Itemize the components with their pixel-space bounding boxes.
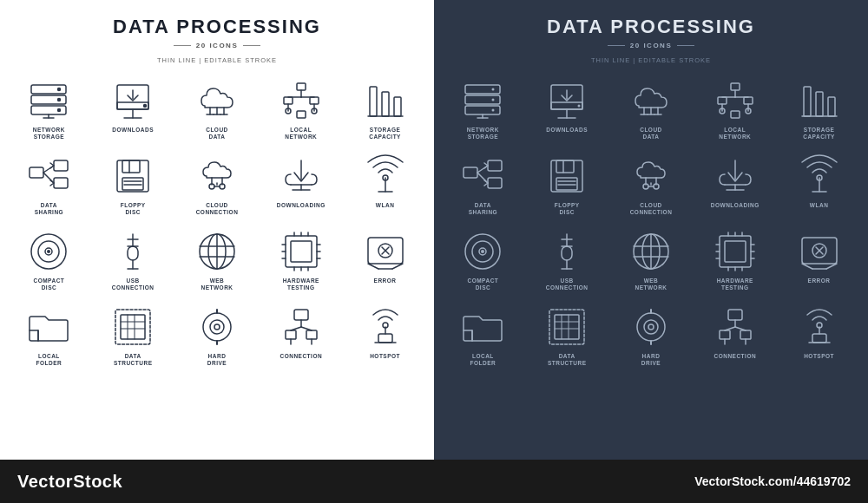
icon-network-storage-light: NETWORKSTORAGE xyxy=(9,73,89,145)
svg-rect-193 xyxy=(725,241,746,262)
label-floppy-disc-dark: FLOPPYDISC xyxy=(555,202,580,217)
svg-point-131 xyxy=(578,105,581,108)
label-local-folder-light: LOCALFOLDER xyxy=(36,353,62,368)
icon-cloud-data-dark: CLOUDDATA xyxy=(611,73,692,145)
svg-point-101 xyxy=(203,313,231,341)
icon-compact-disc-dark: COMPACTDISC xyxy=(443,224,523,296)
label-local-network-light: LOCALNETWORK xyxy=(285,127,317,141)
svg-rect-159 xyxy=(556,160,574,173)
svg-rect-36 xyxy=(54,160,68,171)
svg-rect-22 xyxy=(310,97,319,104)
icon-hotspot-dark: HOTSPOT xyxy=(779,299,859,371)
svg-rect-65 xyxy=(128,246,138,260)
icon-hard-drive-light: HARDDRIVE xyxy=(177,299,258,371)
label-storage-capacity-dark: STORAGECAPACITY xyxy=(803,127,835,141)
svg-rect-41 xyxy=(122,160,140,173)
icon-web-network-dark: WEBNETWORK xyxy=(611,224,692,296)
svg-point-103 xyxy=(214,324,220,330)
light-panel: DATA PROCESSING 20 ICONS THIN LINE | EDI… xyxy=(0,0,434,460)
icon-connection-light: CONNECTION xyxy=(260,299,341,371)
icon-usb-connection-dark: USBCONNECTION xyxy=(527,224,608,296)
svg-rect-140 xyxy=(744,97,753,104)
label-hardware-testing-light: HARDWARETESTING xyxy=(283,278,319,292)
dark-panel: DATA PROCESSING 20 ICONS THIN LINE | EDI… xyxy=(434,0,868,460)
svg-rect-215 xyxy=(555,315,579,339)
label-wlan-dark: WLAN xyxy=(810,202,829,209)
label-network-storage-dark: NETWORKSTORAGE xyxy=(467,127,499,141)
svg-line-208 xyxy=(826,264,837,269)
icon-hotspot-light: HOTSPOT xyxy=(345,299,425,371)
label-compact-disc-light: COMPACTDISC xyxy=(33,278,64,292)
dark-desc: THIN LINE | EDITABLE STROKE xyxy=(591,56,711,64)
label-hotspot-light: HOTSPOT xyxy=(370,353,400,360)
svg-rect-31 xyxy=(370,87,377,116)
label-cloud-connection-dark: CLOUDCONNECTION xyxy=(630,202,673,217)
light-title: DATA PROCESSING xyxy=(113,16,321,38)
icon-data-structure-dark: DATASTRUCTURE xyxy=(527,299,608,371)
icon-local-folder-dark: LOCALFOLDER xyxy=(443,299,523,371)
svg-rect-106 xyxy=(294,310,308,320)
label-downloading-dark: DOWNLOADING xyxy=(711,202,760,209)
footer-bar: VectorStock VectorStock.com/44619702 xyxy=(0,460,868,503)
svg-rect-37 xyxy=(54,178,68,188)
svg-rect-118 xyxy=(465,85,500,94)
label-hard-drive-light: HARDDRIVE xyxy=(207,353,227,368)
icon-connection-dark: CONNECTION xyxy=(694,299,775,371)
icon-error-dark: ERROR xyxy=(779,224,859,296)
svg-point-220 xyxy=(637,313,665,341)
label-data-sharing-light: DATASHARING xyxy=(35,202,63,217)
svg-rect-184 xyxy=(562,246,572,260)
svg-point-7 xyxy=(58,109,61,112)
svg-rect-35 xyxy=(30,167,43,178)
label-hardware-testing-dark: HARDWARETESTING xyxy=(717,278,753,292)
icon-downloads-light: DOWNLOADS xyxy=(93,73,174,145)
label-error-dark: ERROR xyxy=(808,278,831,284)
icon-wlan-light: WLAN xyxy=(345,148,425,220)
svg-point-102 xyxy=(210,320,224,334)
svg-point-6 xyxy=(58,99,61,101)
svg-point-5 xyxy=(58,88,61,91)
label-downloads-light: DOWNLOADS xyxy=(112,127,154,134)
icon-network-storage-dark: NETWORKSTORAGE xyxy=(443,73,523,145)
svg-rect-120 xyxy=(465,106,500,114)
label-cloud-data-light: CLOUDDATA xyxy=(206,127,228,141)
label-error-light: ERROR xyxy=(374,278,397,284)
svg-rect-111 xyxy=(306,330,317,339)
icon-downloading-dark: DOWNLOADING xyxy=(694,148,775,220)
footer-brand-left: VectorStock xyxy=(17,472,122,492)
svg-line-89 xyxy=(392,264,403,269)
label-downloading-light: DOWNLOADING xyxy=(277,202,326,209)
icon-usb-connection-light: USBCONNECTION xyxy=(93,224,174,296)
label-network-storage-light: NETWORKSTORAGE xyxy=(33,127,65,141)
svg-rect-20 xyxy=(297,83,306,90)
label-usb-connection-light: USBCONNECTION xyxy=(112,278,155,292)
svg-rect-155 xyxy=(488,178,502,188)
svg-point-221 xyxy=(644,320,658,334)
label-web-network-dark: WEBNETWORK xyxy=(635,278,667,292)
svg-rect-138 xyxy=(731,83,740,90)
icon-cloud-connection-light: CLOUDCONNECTION xyxy=(177,148,258,220)
svg-point-222 xyxy=(648,324,654,330)
label-wlan-light: WLAN xyxy=(376,202,395,209)
label-connection-light: CONNECTION xyxy=(279,353,322,360)
dark-count: 20 ICONS xyxy=(608,42,694,49)
icon-cloud-data-light: CLOUDDATA xyxy=(177,73,258,145)
main-content: DATA PROCESSING 20 ICONS THIN LINE | EDI… xyxy=(0,0,868,460)
icon-data-structure-light: DATASTRUCTURE xyxy=(93,299,174,371)
icon-floppy-disc-dark: FLOPPYDISC xyxy=(527,148,608,220)
icon-cloud-connection-dark: CLOUDCONNECTION xyxy=(611,148,692,220)
icon-local-network-dark: LOCALNETWORK xyxy=(694,73,775,145)
icon-wlan-dark: WLAN xyxy=(779,148,859,220)
svg-point-124 xyxy=(492,99,495,101)
label-downloads-dark: DOWNLOADS xyxy=(546,127,588,134)
icon-downloads-dark: DOWNLOADS xyxy=(527,73,608,145)
icon-local-folder-light: LOCALFOLDER xyxy=(9,299,89,371)
svg-rect-96 xyxy=(121,315,145,339)
icon-storage-capacity-dark: STORAGECAPACITY xyxy=(779,73,859,145)
svg-rect-42 xyxy=(122,178,143,190)
footer-left: VectorStock xyxy=(0,460,434,503)
footer-right: VectorStock.com/44619702 xyxy=(434,460,868,503)
svg-rect-229 xyxy=(720,330,730,339)
label-hard-drive-dark: HARDDRIVE xyxy=(641,353,661,368)
svg-rect-150 xyxy=(816,92,823,116)
